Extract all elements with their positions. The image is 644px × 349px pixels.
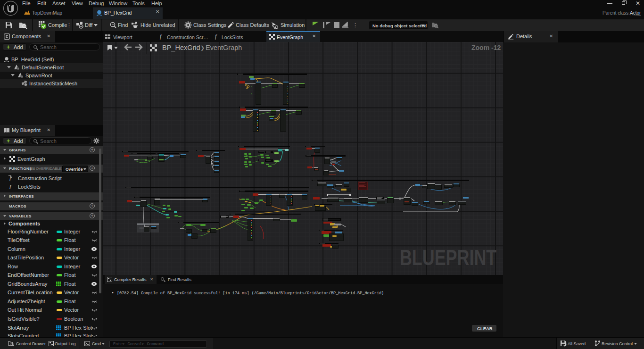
- svg-text:f: f: [9, 184, 12, 190]
